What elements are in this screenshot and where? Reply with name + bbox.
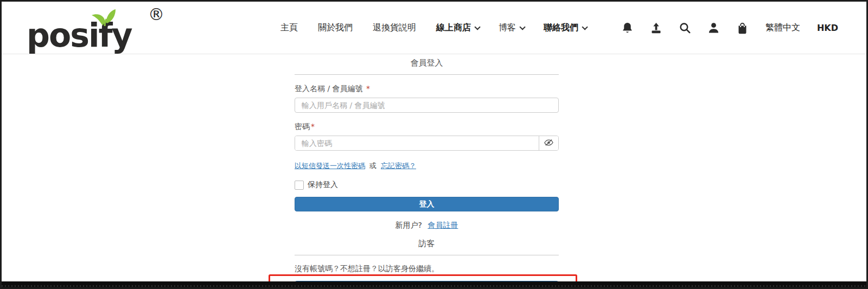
shopping-bag-icon[interactable] (737, 22, 749, 34)
nav-item-contact[interactable]: 聯絡我們 (544, 22, 586, 34)
main-nav: 主頁 關於我們 退換貨説明 線上商店 博客 聯絡我們 (280, 2, 586, 54)
password-label: 密碼* (295, 122, 559, 132)
chevron-down-icon (582, 24, 588, 30)
remember-me-label: 保持登入 (308, 180, 338, 190)
login-button[interactable]: 登入 (295, 197, 559, 211)
language-selector[interactable]: 繁體中文 (765, 22, 800, 34)
bell-icon[interactable] (622, 22, 634, 34)
search-icon[interactable] (679, 22, 691, 34)
remember-me-row: 保持登入 (295, 180, 559, 190)
toggle-password-visibility-button[interactable] (539, 136, 558, 150)
remember-me-checkbox[interactable] (295, 181, 304, 190)
header-actions: 繁體中文 HKD (622, 2, 838, 54)
page: posify ® 主頁 關於我們 退換貨説明 線上商店 (0, 0, 868, 289)
required-mark: * (311, 122, 315, 131)
username-label-text: 登入名稱 / 會員編號 (295, 84, 365, 93)
nav-label: 線上商店 (436, 22, 471, 34)
login-section: 會員登入 登入名稱 / 會員編號 * 密碼* 以短信發送一次性密碼 (295, 58, 559, 289)
forgot-password-link[interactable]: 忘記密碼？ (381, 161, 416, 171)
password-label-text: 密碼 (295, 122, 310, 131)
eye-slash-icon (544, 138, 553, 149)
header: posify ® 主頁 關於我們 退換貨説明 線上商店 (2, 2, 866, 54)
otp-sms-link[interactable]: 以短信發送一次性密碼 (295, 161, 365, 171)
login-title: 會員登入 (295, 58, 559, 75)
leaf-icon (91, 8, 122, 29)
brand-logo[interactable]: posify ® (27, 7, 157, 53)
footer-bar (2, 281, 866, 287)
currency-selector[interactable]: HKD (817, 23, 838, 33)
nav-label: 退換貨説明 (373, 22, 416, 34)
chevron-down-icon (519, 24, 525, 30)
username-label: 登入名稱 / 會員編號 * (295, 84, 559, 94)
upload-icon[interactable] (650, 22, 662, 34)
footer-texture (2, 285, 866, 287)
or-text: 或 (369, 161, 376, 171)
nav-item-online-store[interactable]: 線上商店 (436, 22, 478, 34)
nav-item-about[interactable]: 關於我們 (318, 22, 353, 34)
password-input-group (295, 136, 559, 151)
chevron-down-icon (474, 24, 480, 30)
nav-label: 關於我們 (318, 22, 353, 34)
nav-label: 主頁 (280, 22, 298, 34)
guest-title: 訪客 (295, 239, 559, 255)
new-user-text: 新用户? (395, 221, 422, 229)
registered-trademark: ® (148, 5, 164, 24)
nav-label: 聯絡我們 (544, 22, 578, 34)
guest-description: 沒有帳號嗎？不想註冊？以訪客身份繼續。 (295, 264, 559, 274)
password-input[interactable] (295, 136, 539, 150)
user-icon[interactable] (708, 22, 720, 34)
required-mark: * (366, 84, 370, 93)
nav-label: 博客 (499, 22, 516, 34)
nav-item-blog[interactable]: 博客 (499, 22, 524, 34)
register-link[interactable]: 會員註冊 (427, 221, 458, 229)
password-help-links: 以短信發送一次性密碼 或 忘記密碼？ (295, 161, 559, 171)
nav-item-home[interactable]: 主頁 (280, 22, 298, 34)
new-user-row: 新用户? 會員註冊 (295, 221, 559, 230)
username-input[interactable] (295, 98, 559, 113)
nav-item-returns[interactable]: 退換貨説明 (373, 22, 416, 34)
